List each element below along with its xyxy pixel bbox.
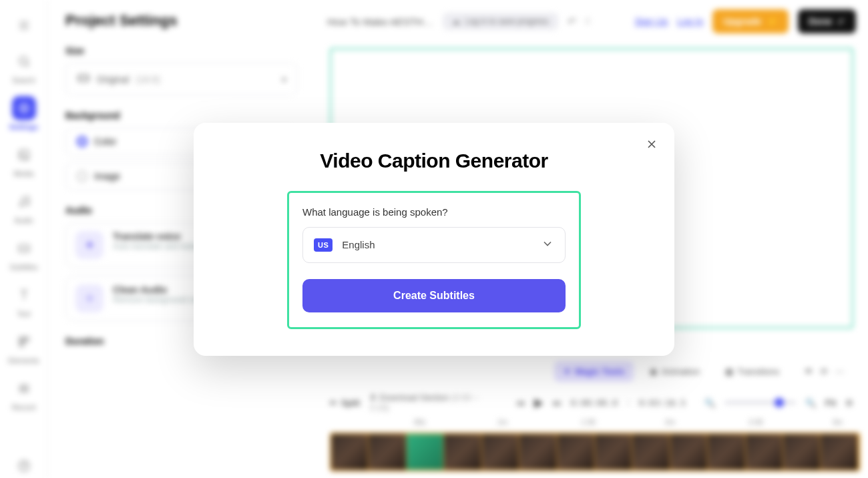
chevron-down-icon	[541, 237, 554, 253]
modal-overlay: Video Caption Generator What language is…	[0, 0, 868, 478]
language-select[interactable]: US English	[302, 227, 566, 263]
language-question: What language is being spoken?	[302, 206, 566, 218]
modal-title: Video Caption Generator	[224, 150, 644, 172]
caption-generator-modal: Video Caption Generator What language is…	[194, 123, 674, 356]
create-subtitles-button[interactable]: Create Subtitles	[302, 279, 566, 312]
language-name: English	[342, 239, 375, 250]
flag-badge: US	[314, 238, 333, 252]
close-icon	[645, 138, 658, 151]
modal-highlight-box: What language is being spoken? US Englis…	[287, 191, 581, 329]
close-button[interactable]	[644, 136, 660, 152]
